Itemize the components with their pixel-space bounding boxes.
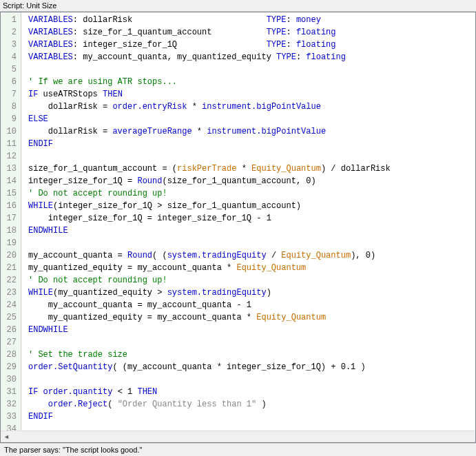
code-line[interactable]: order.SetQuantity( (my_account_quanta * … <box>28 361 391 373</box>
line-number: 32 <box>3 398 17 411</box>
line-number: 17 <box>3 212 17 225</box>
code-line[interactable]: ENDIF <box>28 411 391 423</box>
code-line[interactable]: ' Set the trade size <box>28 349 391 361</box>
code-line[interactable] <box>28 63 391 76</box>
line-number: 16 <box>3 200 17 212</box>
code-line[interactable]: IF order.quantity < 1 THEN <box>28 386 391 398</box>
editor-frame: 1234567891011121314151617181920212223242… <box>0 12 476 443</box>
line-gutter: 1234567891011121314151617181920212223242… <box>1 12 21 431</box>
line-number: 8 <box>3 101 17 113</box>
line-number: 6 <box>3 76 17 88</box>
line-number: 21 <box>3 262 17 274</box>
line-number: 18 <box>3 225 17 237</box>
code-line[interactable]: integer_size_for_1Q = integer_size_for_1… <box>28 212 391 225</box>
line-number: 20 <box>3 249 17 262</box>
horizontal-scrollbar[interactable]: ◄ <box>1 431 475 442</box>
code-line[interactable]: my_quantized_equity = my_account_quanta … <box>28 311 391 324</box>
line-number: 1 <box>3 14 17 26</box>
code-line[interactable]: ENDWHILE <box>28 225 391 237</box>
code-line[interactable]: ENDWHILE <box>28 324 391 336</box>
line-number: 24 <box>3 299 17 311</box>
line-number: 7 <box>3 88 17 101</box>
line-number: 10 <box>3 125 17 138</box>
line-number: 30 <box>3 373 17 386</box>
code-line[interactable]: VARIABLES: my_account_quanta, my_quantiz… <box>28 51 391 63</box>
status-bar: The parser says: "The script looks good.… <box>0 443 476 456</box>
code-line[interactable]: my_account_quanta = Round( (system.tradi… <box>28 249 391 262</box>
code-line[interactable]: WHILE(my_quantized_equity > system.tradi… <box>28 287 391 299</box>
code-editor[interactable]: 1234567891011121314151617181920212223242… <box>1 12 475 431</box>
code-line[interactable] <box>28 237 391 249</box>
line-number: 22 <box>3 274 17 287</box>
line-number: 15 <box>3 187 17 200</box>
code-line[interactable]: order.Reject( "Order Quantity less than … <box>28 398 391 411</box>
line-number: 26 <box>3 324 17 336</box>
scroll-left-icon[interactable]: ◄ <box>1 431 12 443</box>
code-line[interactable] <box>28 423 391 431</box>
line-number: 12 <box>3 150 17 163</box>
line-number: 19 <box>3 237 17 249</box>
code-area[interactable]: VARIABLES: dollarRisk TYPE: moneyVARIABL… <box>21 12 391 431</box>
code-line[interactable]: my_quantized_equity = my_account_quanta … <box>28 262 391 274</box>
code-line[interactable]: IF useATRStops THEN <box>28 88 391 101</box>
line-number: 4 <box>3 51 17 63</box>
line-number: 27 <box>3 336 17 349</box>
code-line[interactable]: dollarRisk = averageTrueRange * instrume… <box>28 125 391 138</box>
code-line[interactable]: integer_size_for_1Q = Round(size_for_1_q… <box>28 175 391 187</box>
code-line[interactable]: ' Do not accept rounding up! <box>28 274 391 287</box>
window-title: Script: Unit Size <box>0 0 476 12</box>
line-number: 14 <box>3 175 17 187</box>
code-line[interactable]: ELSE <box>28 113 391 125</box>
code-line[interactable]: VARIABLES: integer_size_for_1Q TYPE: flo… <box>28 39 391 51</box>
code-line[interactable]: WHILE(integer_size_for_1Q > size_for_1_q… <box>28 200 391 212</box>
line-number: 28 <box>3 349 17 361</box>
code-line[interactable] <box>28 150 391 163</box>
line-number: 11 <box>3 138 17 150</box>
line-number: 5 <box>3 63 17 76</box>
code-line[interactable]: ENDIF <box>28 138 391 150</box>
code-line[interactable]: ' If we are using ATR stops... <box>28 76 391 88</box>
line-number: 29 <box>3 361 17 373</box>
code-line[interactable]: VARIABLES: size_for_1_quantum_account TY… <box>28 26 391 39</box>
line-number: 31 <box>3 386 17 398</box>
code-line[interactable]: dollarRisk = order.entryRisk * instrumen… <box>28 101 391 113</box>
code-line[interactable] <box>28 336 391 349</box>
code-line[interactable]: VARIABLES: dollarRisk TYPE: money <box>28 14 391 26</box>
line-number: 3 <box>3 39 17 51</box>
code-line[interactable]: ' Do not accept rounding up! <box>28 187 391 200</box>
line-number: 23 <box>3 287 17 299</box>
code-line[interactable]: size_for_1_quantum_account = (riskPerTra… <box>28 163 391 175</box>
line-number: 2 <box>3 26 17 39</box>
code-line[interactable] <box>28 373 391 386</box>
line-number: 25 <box>3 311 17 324</box>
line-number: 9 <box>3 113 17 125</box>
line-number: 13 <box>3 163 17 175</box>
line-number: 34 <box>3 423 17 431</box>
line-number: 33 <box>3 411 17 423</box>
code-line[interactable]: my_account_quanta = my_account_quanta - … <box>28 299 391 311</box>
